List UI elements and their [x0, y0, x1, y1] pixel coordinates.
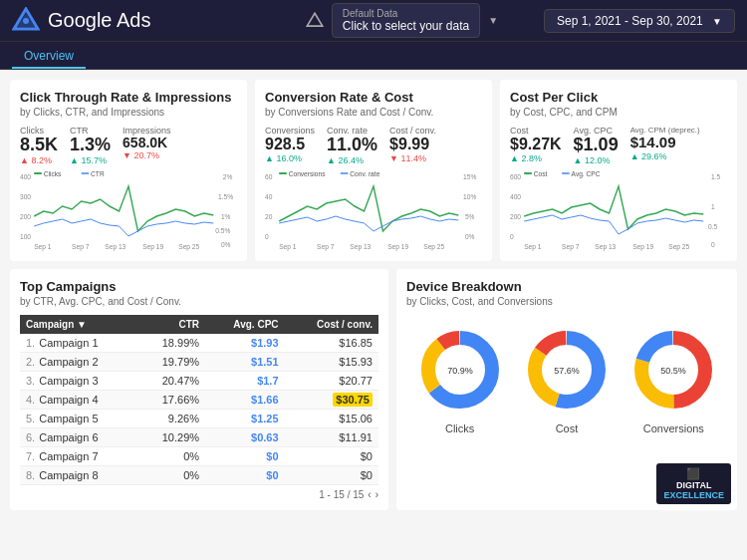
svg-text:5%: 5%	[465, 213, 475, 220]
cost-conv-cell: $11.91	[285, 427, 378, 446]
pagination: 1 - 15 / 15 ‹ ›	[20, 489, 378, 500]
svg-marker-3	[307, 13, 322, 26]
bottom-row: Top Campaigns by CTR, Avg. CPC, and Cost…	[10, 269, 737, 510]
svg-text:CTR: CTR	[91, 171, 105, 177]
col-campaign[interactable]: Campaign ▼	[20, 315, 136, 334]
avg-cpm-change: ▲ 29.6%	[630, 151, 700, 161]
conv-rate-change: ▲ 26.4%	[327, 155, 377, 165]
avg-cpm-metric: Avg. CPM (deprec.) $14.09 ▲ 29.6%	[630, 126, 700, 165]
device-subtitle: by Clicks, Cost, and Conversions	[406, 296, 727, 307]
svg-text:57.6%: 57.6%	[554, 366, 580, 376]
svg-text:Sep 7: Sep 7	[72, 243, 89, 251]
ctr-cell: 20.47%	[136, 371, 205, 390]
svg-text:Sep 19: Sep 19	[142, 243, 163, 251]
data-selector-area: Default Data Click to select your data ▼	[260, 3, 544, 38]
cost-donut-label: Cost	[522, 422, 612, 434]
conv-rate-metric: Conv. rate 11.0% ▲ 26.4%	[327, 126, 377, 165]
data-selector-label: Default Data	[343, 8, 469, 19]
clicks-change: ▲ 8.2%	[20, 155, 58, 165]
avg-cpm-value: $14.09	[630, 135, 700, 151]
col-cost[interactable]: Cost / conv.	[285, 315, 378, 334]
svg-text:0%: 0%	[465, 233, 475, 240]
svg-text:1: 1	[711, 203, 715, 210]
svg-text:0.5: 0.5	[708, 223, 717, 230]
svg-text:0: 0	[711, 241, 715, 248]
watermark-line2: EXCELLENCE	[663, 490, 724, 500]
impressions-metric: Impressions 658.0K ▼ 20.7%	[123, 126, 171, 165]
donuts-container: 70.9% Clicks 57.6% Cost	[406, 315, 727, 444]
impressions-value: 658.0K	[123, 136, 171, 150]
google-ads-logo-icon	[12, 7, 40, 35]
impressions-change: ▼ 20.7%	[123, 150, 171, 160]
clicks-donut-label: Clicks	[415, 422, 505, 434]
svg-text:Sep 1: Sep 1	[279, 243, 296, 251]
svg-text:Sep 7: Sep 7	[317, 243, 334, 251]
col-ctr[interactable]: CTR	[136, 315, 205, 334]
campaign-name-cell: 2.Campaign 2	[20, 352, 136, 371]
svg-text:15%: 15%	[463, 173, 476, 180]
svg-text:10%: 10%	[463, 193, 476, 200]
tab-overview[interactable]: Overview	[12, 45, 86, 69]
campaign-name-cell: 1.Campaign 1	[20, 334, 136, 353]
pagination-text: 1 - 15 / 15	[319, 489, 364, 500]
ctr-cell: 0%	[136, 465, 205, 484]
conv-values: Conversions 928.5 ▲ 16.0% Conv. rate 11.…	[265, 126, 482, 165]
col-cpc[interactable]: Avg. CPC	[205, 315, 285, 334]
cost-conv-cell: $20.77	[285, 371, 378, 390]
cost-conv-value: $9.99	[389, 136, 436, 153]
date-range-picker[interactable]: Sep 1, 2021 - Sep 30, 2021 ▼	[544, 9, 735, 33]
svg-text:Conversions: Conversions	[289, 171, 326, 177]
svg-text:1.5: 1.5	[711, 173, 720, 180]
ctr-cell: 10.29%	[136, 427, 205, 446]
prev-page-button[interactable]: ‹	[368, 489, 371, 500]
conv-rate-value: 11.0%	[327, 136, 377, 155]
conversions-metric: Conversions 928.5 ▲ 16.0%	[265, 126, 315, 165]
clicks-donut-item: 70.9% Clicks	[415, 325, 505, 434]
data-selector[interactable]: Default Data Click to select your data	[332, 3, 480, 38]
cpc-cell: $0.63	[205, 427, 285, 446]
svg-text:Sep 25: Sep 25	[178, 243, 199, 251]
svg-text:Conv. rate: Conv. rate	[350, 171, 379, 177]
conversions-value: 928.5	[265, 136, 315, 153]
cost-conv-label: Cost / conv.	[389, 126, 436, 136]
cpc-chart: 600 400 200 0 1.5 1 0.5 0 Sep 1 Sep 7 Se…	[510, 171, 727, 251]
cpc-card: Cost Per Click by Cost, CPC, and CPM Cos…	[500, 80, 737, 261]
svg-text:50.5%: 50.5%	[661, 366, 687, 376]
cpc-card-title: Cost Per Click	[510, 90, 727, 105]
svg-text:0: 0	[265, 233, 269, 240]
svg-rect-35	[279, 172, 287, 174]
dropdown-arrow: ▼	[488, 15, 498, 26]
campaign-name-cell: 8.Campaign 8	[20, 465, 136, 484]
date-dropdown-icon: ▼	[712, 16, 722, 27]
ctr-cell: 17.66%	[136, 390, 205, 409]
cost-conv-cell: $0	[285, 465, 378, 484]
cost-conv-cell: $30.75	[285, 390, 378, 409]
svg-text:400: 400	[20, 173, 31, 180]
svg-text:2%: 2%	[223, 173, 233, 180]
conversions-label: Conversions	[265, 126, 315, 136]
svg-text:0: 0	[510, 233, 514, 240]
ctr-cell: 18.99%	[136, 334, 205, 353]
cpc-values: Cost $9.27K ▲ 2.8% Avg. CPC $1.09 ▲ 12.0…	[510, 126, 727, 165]
campaign-name-cell: 6.Campaign 6	[20, 427, 136, 446]
clicks-value: 8.5K	[20, 136, 58, 155]
cost-conv-cell: $15.06	[285, 409, 378, 427]
svg-rect-52	[524, 172, 532, 174]
svg-text:Sep 1: Sep 1	[34, 243, 51, 251]
svg-text:Sep 13: Sep 13	[595, 243, 616, 251]
cost-label: Cost	[510, 126, 562, 136]
svg-text:40: 40	[265, 193, 273, 200]
conv-card-subtitle: by Conversions Rate and Cost / Conv.	[265, 107, 482, 118]
conversions-change: ▲ 16.0%	[265, 153, 315, 163]
logo-area: Google Ads	[12, 7, 260, 35]
svg-text:600: 600	[510, 173, 521, 180]
svg-text:200: 200	[510, 213, 521, 220]
svg-text:100: 100	[20, 233, 31, 240]
ctr-card-title: Click Through Rate & Impressions	[20, 90, 237, 105]
app-title: Google Ads	[48, 9, 150, 32]
next-page-button[interactable]: ›	[375, 489, 378, 500]
svg-text:Sep 25: Sep 25	[668, 243, 689, 251]
svg-text:60: 60	[265, 173, 273, 180]
cost-conv-cell: $15.93	[285, 352, 378, 371]
clicks-donut-chart: 70.9%	[415, 325, 505, 415]
